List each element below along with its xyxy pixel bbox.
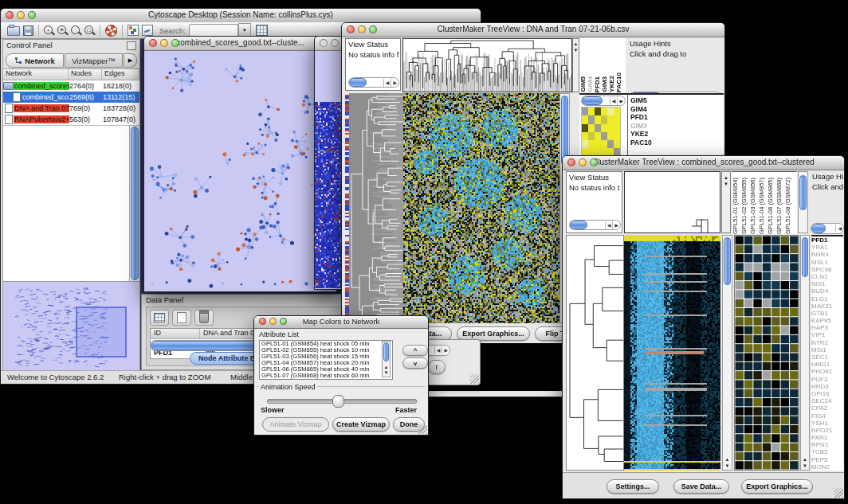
gene-label[interactable]: KAP95	[811, 317, 843, 324]
similarity-cell[interactable]	[588, 115, 595, 123]
gene-label[interactable]: SEC1	[811, 354, 843, 361]
zoom-out-button[interactable]: -	[44, 25, 54, 36]
gene-label[interactable]: HRD3	[811, 383, 843, 390]
column-label[interactable]: GIM4	[587, 76, 594, 92]
column-label[interactable]: GPL51-01 (GSM854)	[732, 178, 740, 234]
row-dendrogram-canvas[interactable]	[566, 235, 624, 471]
minimize-icon[interactable]	[160, 39, 168, 47]
gene-label[interactable]: GPI16	[811, 390, 843, 397]
resize-grip[interactable]	[418, 424, 427, 434]
gene-label[interactable]: MON2	[811, 463, 843, 471]
similarity-cell[interactable]	[601, 140, 607, 148]
vizmap-button[interactable]	[128, 25, 139, 36]
gene-label[interactable]: ELG1	[811, 295, 843, 303]
minimize-icon[interactable]	[579, 158, 587, 166]
inactive-window-light[interactable]	[320, 39, 328, 47]
zoom-window-icon[interactable]	[28, 11, 36, 19]
similarity-cell[interactable]	[607, 140, 614, 148]
background-window-titlebar[interactable]	[315, 37, 344, 51]
col-edges[interactable]: Edges	[102, 69, 139, 80]
gene-list-scrollbar[interactable]: ▲▼	[800, 235, 810, 471]
help-button[interactable]	[105, 25, 117, 37]
close-icon[interactable]	[149, 39, 157, 47]
zoom-window-icon[interactable]	[280, 318, 287, 325]
similarity-cell[interactable]	[588, 124, 595, 132]
zoom-window-icon[interactable]	[369, 25, 377, 33]
gene-label[interactable]: RPN1	[811, 441, 843, 448]
similarity-cell[interactable]	[607, 124, 614, 132]
listbox-scrollbar[interactable]: ▲▼	[382, 341, 391, 377]
zoom-window-icon[interactable]	[590, 158, 598, 166]
open-file-button[interactable]	[7, 25, 20, 36]
tab-vizmapper[interactable]: VizMapper™	[65, 53, 123, 68]
close-icon[interactable]	[6, 11, 14, 19]
resize-grip[interactable]	[469, 374, 479, 384]
similarity-cell[interactable]	[614, 140, 620, 148]
gene-label[interactable]: FIG4	[811, 412, 843, 420]
gene-label[interactable]: MSL1	[811, 259, 843, 266]
gene-label[interactable]: NTR2	[811, 339, 843, 346]
similarity-cell[interactable]	[582, 132, 588, 140]
gene-label[interactable]: RPO21	[811, 427, 843, 434]
close-icon[interactable]	[347, 25, 355, 33]
settings-button[interactable]: Settings...	[607, 479, 659, 494]
similarity-cell[interactable]	[614, 132, 620, 140]
search-input[interactable]	[189, 24, 238, 37]
similarity-cell[interactable]	[595, 140, 601, 148]
zoom-selected-button[interactable]: □	[84, 25, 95, 36]
gene-label[interactable]: HAP3	[811, 324, 843, 331]
col-id[interactable]: ID	[151, 329, 200, 338]
gene-label[interactable]: HMG1	[811, 361, 843, 368]
network-list-area[interactable]	[3, 125, 139, 281]
dendrogram-scroll-strip[interactable]: ▲▼	[721, 171, 731, 233]
view-status-scrollbar[interactable]: ◀▶	[569, 220, 621, 230]
gene-label[interactable]: MAK31	[811, 303, 843, 310]
column-label[interactable]: GPL51-08 (GSM872)	[784, 178, 793, 234]
dense-network-canvas[interactable]	[315, 51, 342, 288]
zoom-fit-button[interactable]	[71, 25, 81, 36]
similarity-cell[interactable]	[595, 132, 601, 140]
column-label[interactable]: GPL51-03 (GSM856)	[749, 178, 758, 234]
similarity-cell[interactable]	[601, 124, 607, 132]
column-label[interactable]: PFD1	[594, 76, 601, 92]
usage-hints-scrollbar[interactable]: ◀	[811, 223, 844, 234]
gene-label[interactable]: NIS1	[811, 280, 843, 287]
network-overview-canvas[interactable]	[3, 282, 138, 371]
col-nodes[interactable]: Nodes	[69, 69, 102, 80]
network-graph-canvas[interactable]	[144, 51, 335, 291]
column-label[interactable]: GPL51-07 (GSM868)	[775, 178, 784, 234]
minimize-icon[interactable]	[17, 11, 25, 19]
network-row-selected[interactable]: combined_sco 2569(6) 13112(15)	[3, 92, 139, 103]
similarity-cell[interactable]	[595, 124, 601, 132]
gene-label[interactable]: SPC98	[811, 266, 843, 273]
treeview1-titlebar[interactable]: ClusterMaker TreeView : DNA and Tran 07-…	[342, 23, 724, 37]
gene-label[interactable]: MSI1	[811, 346, 843, 354]
zoom-in-button[interactable]: +	[57, 25, 68, 36]
similarity-cell[interactable]	[595, 115, 601, 123]
attribute-listbox[interactable]: GPL51-01 (GSM854) heat shock 05 minGPL51…	[259, 340, 393, 380]
dendrogram-scroll-strip[interactable]: ▲▼	[572, 38, 579, 92]
main-titlebar[interactable]: Cytoscape Desktop (Session Name: collins…	[1, 9, 481, 23]
network-table-header[interactable]: Network Nodes Edges	[3, 69, 139, 80]
gene-label[interactable]: TCB3	[811, 448, 843, 455]
gene-label[interactable]: GIM4	[630, 105, 675, 114]
float-panel-icon[interactable]	[127, 41, 136, 50]
similarity-cell[interactable]	[614, 124, 620, 132]
annotation-button[interactable]	[142, 25, 153, 36]
similarity-cell[interactable]	[588, 107, 595, 115]
save-button[interactable]	[23, 25, 33, 36]
animate-vizmap-button[interactable]: Animate Vizmap	[262, 417, 329, 432]
partially-hidden-button[interactable]: r	[428, 360, 446, 374]
network-list-scrollbar[interactable]	[129, 126, 139, 281]
network-row[interactable]: DNA and Tran 07 769(0) 183728(0)	[3, 103, 139, 114]
similarity-cell[interactable]	[601, 115, 607, 123]
column-label[interactable]: GPL51-04 (GSM857)	[758, 178, 767, 234]
similarity-cell[interactable]	[607, 132, 614, 140]
similarity-cell[interactable]	[601, 107, 607, 115]
gene-label[interactable]: VIP1	[811, 331, 843, 338]
network-row[interactable]: RNAPuberNov2+| 563(0) 107847(0)	[3, 114, 139, 125]
gene-label[interactable]: CPA2	[811, 404, 843, 412]
gene-label[interactable]: YSH1	[811, 420, 843, 427]
tab-overflow-button[interactable]: ▶	[124, 53, 137, 68]
speed-slider-thumb[interactable]	[332, 395, 344, 408]
